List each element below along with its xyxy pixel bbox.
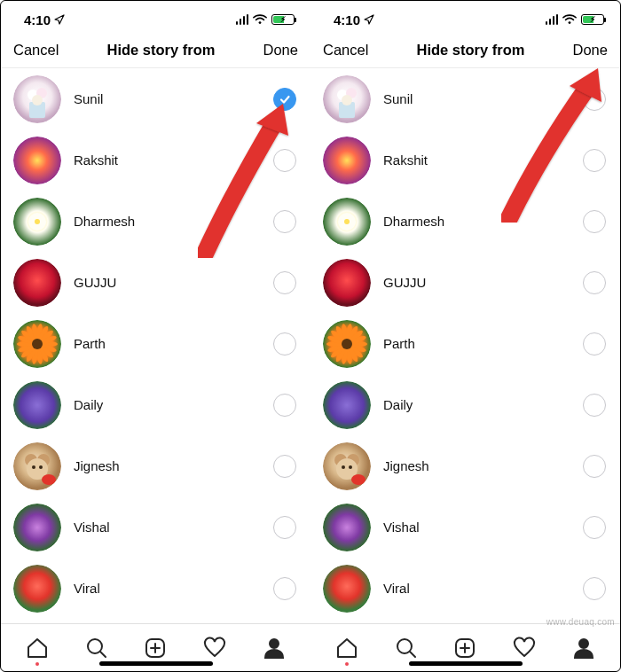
svg-point-42: [13, 565, 61, 613]
user-row[interactable]: Vishal: [1, 496, 310, 558]
svg-point-38: [32, 465, 35, 469]
user-name: Daily: [383, 397, 570, 412]
battery-icon: ⚡︎: [581, 14, 604, 25]
tab-add[interactable]: [452, 636, 477, 660]
selection-checkmark[interactable]: [273, 394, 296, 417]
user-name: Parth: [383, 336, 570, 351]
cancel-button[interactable]: Cancel: [323, 42, 368, 59]
selection-checkmark[interactable]: [583, 455, 606, 478]
user-row[interactable]: Sunil: [310, 68, 620, 129]
user-name: Vishal: [74, 520, 261, 535]
selection-checkmark[interactable]: [273, 577, 296, 600]
user-name: GUJJU: [74, 275, 261, 290]
user-row[interactable]: Dharmesh: [1, 191, 310, 252]
tab-activity[interactable]: [202, 636, 227, 660]
selection-checkmark[interactable]: [273, 455, 296, 478]
user-row[interactable]: Rakshit: [310, 129, 620, 191]
user-row[interactable]: Vishal: [310, 496, 620, 558]
screen-2: 4:10 ⚡︎ Cancel Hide story from Done Suni…: [310, 1, 620, 671]
svg-point-54: [342, 95, 352, 105]
user-avatar: [13, 137, 61, 184]
svg-point-8: [13, 137, 61, 184]
svg-point-49: [569, 21, 571, 24]
selection-checkmark[interactable]: [583, 210, 606, 233]
selection-checkmark[interactable]: [273, 149, 296, 172]
svg-point-41: [13, 504, 61, 551]
selection-checkmark[interactable]: [583, 149, 606, 172]
svg-point-39: [39, 465, 43, 469]
tab-search[interactable]: [394, 636, 419, 660]
home-indicator[interactable]: [409, 661, 523, 666]
user-row[interactable]: Daily: [1, 374, 310, 435]
user-avatar: [323, 381, 371, 429]
selection-checkmark[interactable]: [273, 271, 296, 294]
selection-checkmark[interactable]: [583, 516, 606, 539]
user-row[interactable]: GUJJU: [310, 252, 620, 313]
tab-profile[interactable]: [262, 636, 287, 660]
user-avatar: [13, 198, 61, 246]
status-time: 4:10: [24, 12, 51, 27]
status-bar: 4:10 ⚡︎: [1, 1, 310, 33]
user-list[interactable]: Sunil Rakshit Dharmesh GUJJU Parth: [310, 68, 620, 623]
cellular-signal-icon: [236, 14, 249, 25]
user-avatar: [323, 504, 371, 551]
user-row[interactable]: Jignesh: [310, 435, 620, 496]
user-row[interactable]: Jignesh: [1, 435, 310, 496]
nav-header: Cancel Hide story from Done: [1, 33, 310, 68]
selection-checkmark[interactable]: [583, 394, 606, 417]
tab-profile[interactable]: [571, 636, 596, 660]
page-title: Hide story from: [106, 42, 215, 59]
selection-checkmark[interactable]: [273, 88, 296, 111]
user-avatar: [13, 381, 61, 429]
notification-dot-icon: [35, 662, 39, 666]
tab-search[interactable]: [84, 636, 109, 660]
done-button[interactable]: Done: [263, 42, 298, 59]
user-avatar: [13, 259, 61, 307]
user-avatar: [13, 504, 61, 551]
nav-header: Cancel Hide story from Done: [310, 33, 620, 68]
user-row[interactable]: Rakshit: [1, 129, 310, 191]
user-avatar: [323, 137, 371, 184]
user-row[interactable]: Dharmesh: [310, 191, 620, 252]
user-row[interactable]: Sunil: [1, 68, 310, 129]
user-name: Parth: [74, 336, 261, 351]
user-row[interactable]: Daily: [310, 374, 620, 435]
svg-point-87: [351, 474, 366, 485]
selection-checkmark[interactable]: [583, 332, 606, 356]
svg-point-32: [32, 339, 43, 349]
selection-checkmark[interactable]: [583, 271, 606, 294]
status-time: 4:10: [334, 12, 360, 27]
done-button[interactable]: Done: [573, 42, 608, 59]
user-row[interactable]: Viral: [1, 558, 310, 619]
user-list[interactable]: Sunil Rakshit Dharmesh GUJJU Parth: [1, 68, 310, 623]
user-avatar: [323, 198, 371, 246]
tab-home[interactable]: [334, 636, 359, 660]
user-avatar: [13, 565, 61, 613]
user-row[interactable]: GUJJU: [1, 252, 310, 313]
tab-activity[interactable]: [512, 636, 537, 660]
user-row[interactable]: Parth: [1, 313, 310, 374]
user-row[interactable]: Viral: [310, 558, 620, 619]
user-avatar: [323, 565, 371, 613]
selection-checkmark[interactable]: [273, 516, 296, 539]
user-name: Viral: [74, 581, 261, 596]
location-arrow-icon: [54, 14, 65, 25]
selection-checkmark[interactable]: [273, 332, 296, 356]
tab-home[interactable]: [25, 636, 50, 660]
svg-line-91: [410, 652, 415, 657]
svg-point-11: [35, 219, 40, 224]
svg-point-7: [32, 95, 43, 105]
wifi-icon: [562, 14, 577, 25]
home-indicator[interactable]: [99, 661, 213, 666]
tab-add[interactable]: [143, 636, 168, 660]
cancel-button[interactable]: Cancel: [13, 42, 59, 59]
svg-point-58: [344, 219, 350, 224]
user-row[interactable]: Parth: [310, 313, 620, 374]
selection-checkmark[interactable]: [583, 577, 606, 600]
selection-checkmark[interactable]: [273, 210, 296, 233]
selection-checkmark[interactable]: [583, 88, 606, 111]
screen-1: 4:10 ⚡︎ Cancel Hide story from Done Suni…: [1, 1, 310, 671]
location-arrow-icon: [364, 14, 374, 25]
user-name: Dharmesh: [383, 214, 570, 229]
svg-point-88: [323, 504, 371, 551]
